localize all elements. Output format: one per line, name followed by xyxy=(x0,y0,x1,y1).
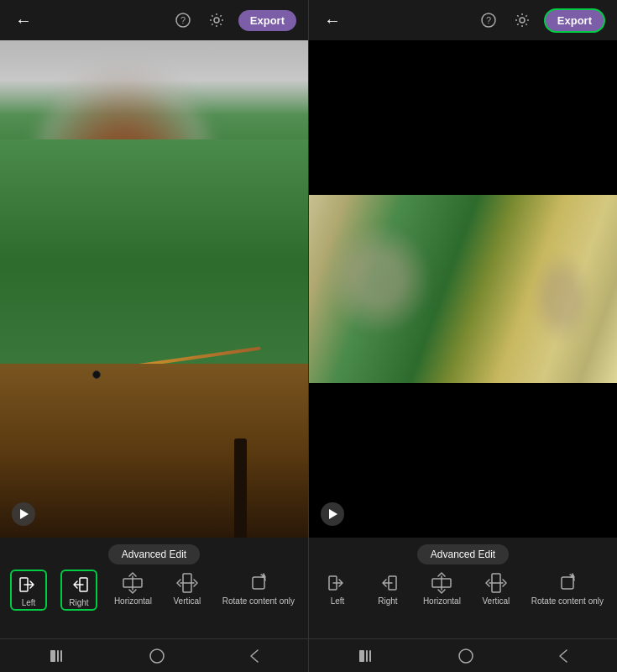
bottom-navigation xyxy=(0,638,617,672)
right-back-button[interactable]: ← xyxy=(321,8,344,34)
svg-rect-7 xyxy=(253,577,264,589)
svg-text:?: ? xyxy=(180,15,186,25)
left-tool-horizontal-label: Horizontal xyxy=(114,596,152,606)
right-tool-horizontal[interactable]: Horizontal xyxy=(420,570,464,607)
right-tool-right-label: Right xyxy=(378,596,397,606)
right-video-content xyxy=(309,40,617,538)
right-bottom-section: Advanced Edit Left xyxy=(309,538,617,638)
left-tool-right[interactable]: Right xyxy=(60,570,97,611)
right-video-area xyxy=(309,40,617,538)
right-tool-vertical-icon xyxy=(484,571,508,595)
right-tool-rotate[interactable]: Rotate content only xyxy=(528,570,607,607)
svg-text:?: ? xyxy=(486,15,491,25)
right-middle-image xyxy=(309,195,617,384)
right-tool-rotate-content-only-label: Rotate content only xyxy=(531,596,604,606)
svg-rect-20 xyxy=(359,650,364,662)
left-nav-home-button[interactable] xyxy=(141,643,173,669)
right-tool-horizontal-label: Horizontal xyxy=(423,596,461,606)
right-advanced-edit-button[interactable]: Advanced Edit xyxy=(417,544,509,564)
left-tool-right-label: Right xyxy=(69,598,88,607)
left-nav-menu-button[interactable] xyxy=(40,645,74,667)
left-bottom-section: Advanced Edit Left xyxy=(0,538,308,638)
right-tool-right[interactable]: Right xyxy=(369,570,406,607)
right-tool-horizontal-icon xyxy=(430,571,453,595)
left-editor-panel: ← ? Export xyxy=(0,0,308,638)
left-tool-left-icon xyxy=(17,573,40,596)
left-settings-button[interactable] xyxy=(205,8,228,32)
left-tool-right-icon xyxy=(67,573,91,596)
left-tool-vertical-icon xyxy=(175,571,199,595)
left-play-icon xyxy=(20,509,29,519)
right-header-controls: ? Export xyxy=(477,8,605,33)
left-tool-vertical-label: Vertical xyxy=(173,596,201,606)
right-tool-vertical-label: Vertical xyxy=(482,596,510,606)
svg-rect-15 xyxy=(562,577,573,589)
right-settings-button[interactable] xyxy=(510,8,534,32)
left-help-button[interactable]: ? xyxy=(171,8,195,32)
left-nav-back-button[interactable] xyxy=(241,643,268,669)
right-tools-row: Left Right xyxy=(309,570,617,607)
left-tool-vertical[interactable]: Vertical xyxy=(169,570,206,607)
svg-point-23 xyxy=(459,649,473,663)
right-export-button[interactable]: Export xyxy=(544,8,605,33)
nav-panels-container xyxy=(0,639,617,672)
right-play-icon xyxy=(329,509,337,519)
svg-point-2 xyxy=(214,18,219,23)
right-tool-right-icon xyxy=(376,571,400,595)
right-editor-panel: ← ? Export xyxy=(308,0,617,638)
right-nav-back-button[interactable] xyxy=(550,643,577,669)
right-nav-menu-button[interactable] xyxy=(349,645,383,667)
left-tool-rotate-label: Rotate content only xyxy=(222,596,295,606)
left-video-content xyxy=(0,40,308,538)
right-play-button[interactable] xyxy=(321,502,344,526)
right-help-button[interactable]: ? xyxy=(477,8,500,32)
left-tool-left-label: Left xyxy=(22,598,36,607)
right-nav-panel xyxy=(308,639,617,672)
left-tool-rotate-icon xyxy=(247,571,270,595)
right-tool-rotate-icon xyxy=(556,571,579,595)
svg-rect-16 xyxy=(50,650,55,662)
svg-rect-17 xyxy=(57,650,59,662)
left-tools-row: Left Right xyxy=(0,570,308,611)
left-header-controls: ? Export xyxy=(171,8,296,32)
svg-point-19 xyxy=(150,649,164,663)
right-tool-left-icon xyxy=(326,571,349,595)
left-nav-panel xyxy=(0,639,308,672)
svg-rect-18 xyxy=(60,650,62,662)
left-header: ← ? Export xyxy=(0,0,308,40)
right-tool-left-label: Left xyxy=(331,596,345,606)
left-export-button[interactable]: Export xyxy=(238,10,296,31)
right-bottom-black-area xyxy=(309,383,617,538)
right-header: ← ? Export xyxy=(309,0,617,40)
left-video-area xyxy=(0,40,308,538)
left-tool-horizontal-icon xyxy=(121,571,144,595)
right-nav-home-button[interactable] xyxy=(450,643,482,669)
right-top-black-area xyxy=(309,40,617,195)
right-tool-vertical[interactable]: Vertical xyxy=(478,570,515,607)
left-tool-rotate[interactable]: Rotate content only xyxy=(219,570,298,607)
left-tool-horizontal[interactable]: Horizontal xyxy=(111,570,155,607)
svg-point-10 xyxy=(520,18,525,23)
left-back-button[interactable]: ← xyxy=(12,8,35,34)
svg-rect-22 xyxy=(369,650,371,662)
left-advanced-edit-button[interactable]: Advanced Edit xyxy=(108,544,200,564)
svg-rect-21 xyxy=(366,650,368,662)
left-play-button[interactable] xyxy=(12,502,35,526)
right-tool-left[interactable]: Left xyxy=(319,570,356,607)
left-tool-left[interactable]: Left xyxy=(10,570,47,611)
